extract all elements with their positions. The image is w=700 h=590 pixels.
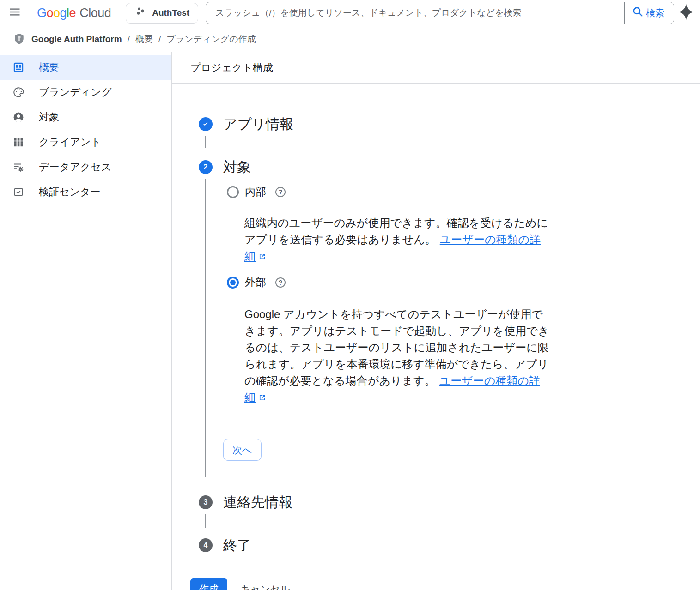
- radio-dot: [230, 280, 236, 285]
- verification-checkbox-icon: [12, 186, 24, 198]
- sidebar-item-label: ブランディング: [39, 85, 112, 99]
- sidebar-item-label: 検証センター: [39, 185, 101, 199]
- sidebar-item-verification-center[interactable]: 検証センター: [0, 180, 171, 205]
- dashboard-icon: [12, 61, 24, 73]
- step-label: 終了: [223, 537, 251, 553]
- radio-option-external[interactable]: 外部 ?: [227, 275, 700, 289]
- sidebar-item-label: 対象: [39, 110, 59, 124]
- step-audience: 2 対象: [199, 159, 700, 175]
- radio-option-internal[interactable]: 内部 ?: [227, 185, 700, 199]
- breadcrumb-product[interactable]: Google Auth Platform: [31, 34, 122, 44]
- step-contact-info: 3 連絡先情報: [199, 494, 700, 510]
- radio-label: 外部: [245, 275, 266, 289]
- sidebar-item-branding[interactable]: ブランディング: [0, 80, 171, 105]
- apps-grid-icon: [12, 136, 24, 148]
- menu-button[interactable]: [4, 2, 26, 24]
- logo-letter: o: [53, 6, 60, 20]
- sidebar-item-label: クライアント: [39, 135, 101, 149]
- gemini-button[interactable]: [674, 3, 698, 23]
- radio-label: 内部: [245, 185, 266, 199]
- step-connector: [205, 514, 206, 528]
- step-finish: 4 終了: [199, 537, 700, 553]
- create-button[interactable]: 作成: [190, 578, 227, 590]
- gemini-sparkle-icon: [677, 3, 695, 23]
- audience-step-body: 内部 ? 組織内のユーザーのみが使用できます。確認を受けるためにアプリを送信する…: [190, 185, 700, 477]
- step-app-info: アプリ情報: [199, 116, 700, 132]
- palette-icon: [12, 86, 24, 98]
- breadcrumb-separator: /: [158, 34, 161, 44]
- sidebar-item-data-access[interactable]: データアクセス: [0, 155, 171, 180]
- step-number-badge: 2: [199, 160, 213, 174]
- internal-description: 組織内のユーザーのみが使用できます。確認を受けるためにアプリを送信する必要はあり…: [244, 215, 549, 265]
- main-panel: プロジェクト構成 アプリ情報 2 対象: [171, 52, 700, 590]
- project-config-stepper: アプリ情報 2 対象 内部 ? 組織内のユーザーのみが使用できます。確認を受ける…: [172, 84, 700, 590]
- logo-letter: G: [37, 6, 47, 20]
- external-description: Google アカウントを持つすべてのテストユーザーが使用できます。アプリはテス…: [244, 306, 549, 407]
- hamburger-icon: [8, 6, 21, 20]
- step-label: アプリ情報: [223, 116, 293, 132]
- radio-unselected-icon[interactable]: [227, 186, 239, 198]
- step-label: 連絡先情報: [223, 494, 292, 510]
- project-selector[interactable]: AuthTest: [126, 3, 198, 24]
- logo-letter: e: [69, 6, 76, 20]
- logo-letter: o: [47, 6, 54, 20]
- sidebar-item-audience[interactable]: 対象: [0, 105, 171, 130]
- search-button[interactable]: 検索: [624, 2, 674, 24]
- step-connector: [205, 136, 206, 148]
- logo-cloud-text: Cloud: [79, 6, 111, 20]
- sidebar-item-clients[interactable]: クライアント: [0, 130, 171, 155]
- google-cloud-logo[interactable]: Google Cloud: [37, 6, 111, 20]
- breadcrumb-item-create-branding[interactable]: ブランディングの作成: [166, 33, 256, 45]
- person-icon: [12, 111, 24, 123]
- step-label: 対象: [223, 159, 251, 175]
- sidebar-item-label: 概要: [39, 60, 59, 74]
- step-number-badge: 3: [199, 495, 213, 509]
- google-cloud-console: Google Cloud AuthTest 検索: [0, 0, 700, 590]
- project-icon: [134, 6, 146, 20]
- next-button[interactable]: 次へ: [223, 439, 262, 461]
- cancel-button[interactable]: キャンセル: [240, 583, 290, 590]
- step-completed-check-icon: [199, 117, 213, 131]
- breadcrumb-item-overview[interactable]: 概要: [135, 33, 153, 45]
- sidebar-item-label: データアクセス: [39, 160, 111, 174]
- radio-selected-icon[interactable]: [227, 277, 239, 289]
- search-button-label: 検索: [646, 7, 664, 19]
- page-title: プロジェクト構成: [172, 52, 700, 84]
- search-input[interactable]: [206, 2, 624, 24]
- step-number-badge: 4: [199, 538, 213, 552]
- search-icon: [632, 6, 644, 20]
- logo-letter: g: [60, 6, 67, 20]
- sidebar-item-overview[interactable]: 概要: [0, 55, 171, 80]
- project-name: AuthTest: [152, 8, 189, 18]
- data-access-icon: [12, 161, 24, 173]
- help-icon[interactable]: ?: [275, 187, 286, 197]
- breadcrumb: Google Auth Platform / 概要 / ブランディングの作成: [0, 26, 700, 52]
- external-link-icon[interactable]: [258, 390, 267, 407]
- body: 概要 ブランディング 対象 クライアント: [0, 52, 700, 590]
- sidebar-nav: 概要 ブランディング 対象 クライアント: [0, 52, 171, 590]
- breadcrumb-separator: /: [128, 34, 130, 44]
- external-link-icon[interactable]: [258, 249, 267, 265]
- form-actions: 作成 キャンセル: [190, 578, 700, 590]
- help-icon[interactable]: ?: [275, 277, 286, 288]
- top-bar: Google Cloud AuthTest 検索: [0, 0, 700, 26]
- search-bar: 検索: [206, 2, 674, 24]
- auth-platform-shield-icon: [13, 32, 25, 46]
